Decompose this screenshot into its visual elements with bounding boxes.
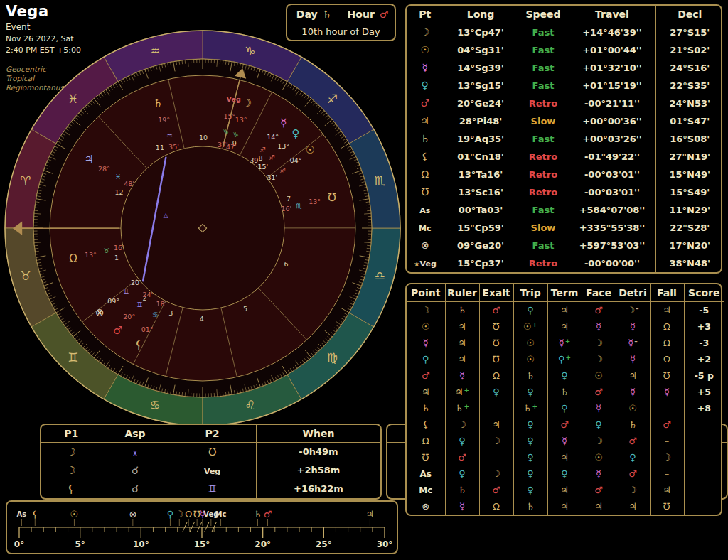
house-number-10: 10 [199,134,208,141]
longitude-cell: 01°Cn18' [444,148,518,166]
speed-cell: Fast [518,59,569,77]
wheel-planet-saturn: ♄ [154,97,163,109]
dignity-cell: ☽ [479,465,513,482]
p2-cell: ♊ [168,480,257,498]
dignity-cell: ♃+ [445,384,479,400]
libra-sign-icon: ♎ [375,269,385,283]
dignities-header-exalt: Exalt [479,284,513,302]
dignity-cell: ♃ [547,302,582,318]
positions-table-box: PtLongSpeedTravelDecl☽13°Cp47'Fast+14°46… [405,4,722,274]
dignity-glyph-icon: ☿ [562,436,567,446]
wheel-planet-fortune: ⊗ [95,306,105,319]
wheel-sign-fortune: ♊ [123,287,129,295]
none-dash: – [494,452,499,463]
dignity-glyph-icon: ☿ [630,321,636,332]
declination-cell: 17°N20' [655,237,724,254]
p1-glyph-icon: ⚸ [68,483,75,495]
aquarius-sign-icon: ♒ [150,44,161,58]
wheel-planet-north-node: Ω [69,252,77,265]
dignity-glyph-icon: ♀ [595,419,602,430]
dignity-cell: ♀ [513,416,547,433]
dignity-cell: ♄ [513,367,547,384]
declination-cell: 15°S49' [655,183,724,201]
speed-cell: Retro [518,254,569,272]
dignity-cell: ℧ [650,367,684,384]
declination-cell: 27°S15' [655,23,724,41]
dignities-header-point: Point [407,284,445,302]
dignity-cell: ℧ [479,351,513,367]
wheel-sign-vega: ♑ [223,128,229,136]
dignity-cell: ☽ [582,433,616,449]
dignity-mark: + [565,338,571,345]
dignity-cell: ☽ [582,351,616,367]
score-cell: -5 [684,302,724,318]
dignity-cell: ☉ [582,449,616,465]
wheel-planet-mars: ♂ [113,324,122,337]
wheel-minute-vega: 37' [218,141,228,149]
house-number-3: 3 [168,309,173,317]
dignities-row: ☽♄♂♀♃♂☽–♃-5 [407,302,724,318]
dignity-mark: + [532,403,538,410]
dignity-mark: – [636,305,639,312]
dignity-glyph-icon: ♀ [459,468,466,479]
travel-cell: +14°46'39'' [569,23,655,41]
dignities-row: ⊗☿Ω♄♃♃♃℧ [407,498,724,515]
positions-row: ☿14°Sg39'Fast+01°32'10''24°S16' [407,59,724,77]
positions-header-pt: Pt [407,6,444,23]
dignity-glyph-icon: ♃ [594,501,603,512]
house-number-1: 1 [114,254,119,262]
travel-cell: +01°32'10'' [569,59,655,77]
dignity-cell: ℧ [479,335,513,351]
dignity-cell: Ω [650,335,684,351]
speed-cell: Slow [518,112,569,130]
wheel-planet-south-node: ℧ [328,191,336,204]
dignity-glyph-icon: ☽ [594,338,603,348]
point-glyph-icon: ♄ [420,133,429,144]
dignity-mark: + [532,321,538,328]
dignity-glyph-icon: ☿ [596,321,601,332]
dignity-glyph-icon: ☉ [523,321,532,332]
point-glyph-icon: Veg [420,259,437,269]
dignity-glyph-icon: ☿ [596,468,601,479]
wheel-sign-south-node: ♏ [296,202,302,210]
dignity-glyph-icon: ♂ [560,419,569,430]
astrology-app: Vega Event Nov 26 2022, Sat 2:40 PM EST … [0,0,728,560]
dignity-glyph-icon: ♄ [526,501,535,512]
dignity-cell: ♀ [547,367,582,384]
longitude-cell: 13°Sc16' [444,183,518,201]
dignity-cell: ♀ [513,433,547,449]
dignities-row: ♃♃+♀♀♄♂☿☿+5 [407,384,724,400]
point-glyph-icon: ☽ [420,26,429,38]
point-cell: ♃ [407,112,444,130]
dignity-cell: ☉+ [513,318,547,335]
dignity-glyph-icon: ♀ [493,387,500,397]
dignities-header-detri: Detri [616,284,650,302]
positions-header-long: Long [444,6,518,23]
declination-cell: 22°S35' [655,77,724,95]
dignity-point-cell: ☉ [407,318,445,335]
dignity-cell: ♀ [582,416,616,433]
wheel-degree-venus: 13° [277,142,289,150]
dignity-cell: ☽ [479,433,513,449]
ruler-label: 0° [14,539,24,549]
point-glyph-icon: ♂ [420,97,429,109]
ruler-point-glyph: ♄ [254,509,262,519]
dignity-glyph-icon: ☿ [628,338,633,348]
dignity-cell: ♃ [445,335,479,351]
dignity-cell: ♄+ [445,400,479,416]
dignity-cell: ♄ [547,384,582,400]
dignity-cell: ♀ [513,449,547,465]
dignity-point-cell: As [407,465,445,482]
sagittarius-sign-icon: ♐ [327,92,338,106]
ruler-point-as: As [17,510,27,518]
positions-row: ♃28°Pi48'Slow+00°00'36''01°S47' [407,112,724,130]
dignity-glyph-icon: ♃ [560,321,569,332]
dignity-point-cell: ⚸ [407,416,445,433]
dignity-cell: – [650,433,684,449]
ruler-point-mc: Mc [215,510,227,518]
dignity-glyph-icon: ☿ [596,403,601,414]
aspect-header-asp: Asp [102,425,168,443]
dignities-header-score: Score [684,284,724,302]
wheel-planet-mercury: ☿ [280,117,287,129]
wheel-sign-jupiter: ♓ [115,173,122,181]
